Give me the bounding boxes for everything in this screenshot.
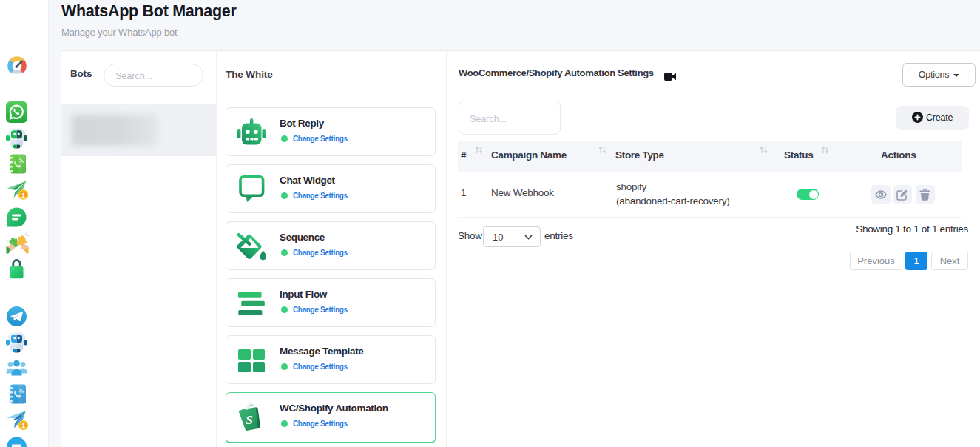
svg-text:1: 1 (21, 422, 25, 429)
svg-text:1: 1 (21, 192, 25, 199)
